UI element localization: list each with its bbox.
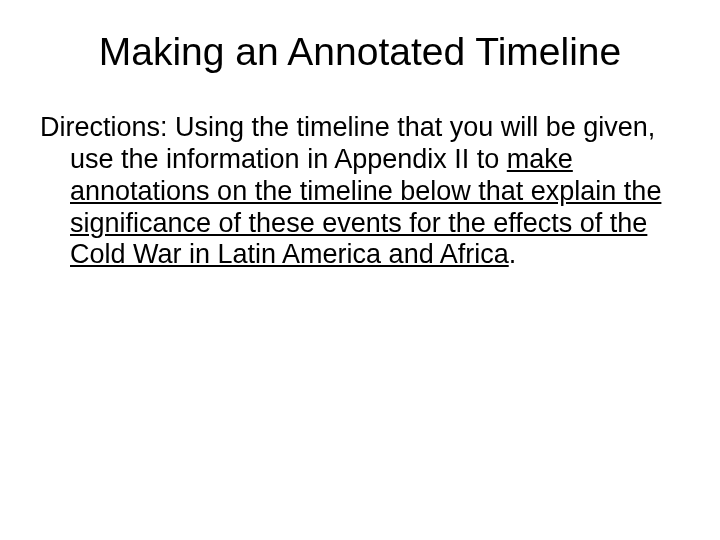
- body-post: .: [509, 239, 517, 269]
- slide-title: Making an Annotated Timeline: [40, 30, 680, 74]
- directions-paragraph: Directions: Using the timeline that you …: [40, 112, 680, 271]
- directions-label: Directions:: [40, 112, 168, 142]
